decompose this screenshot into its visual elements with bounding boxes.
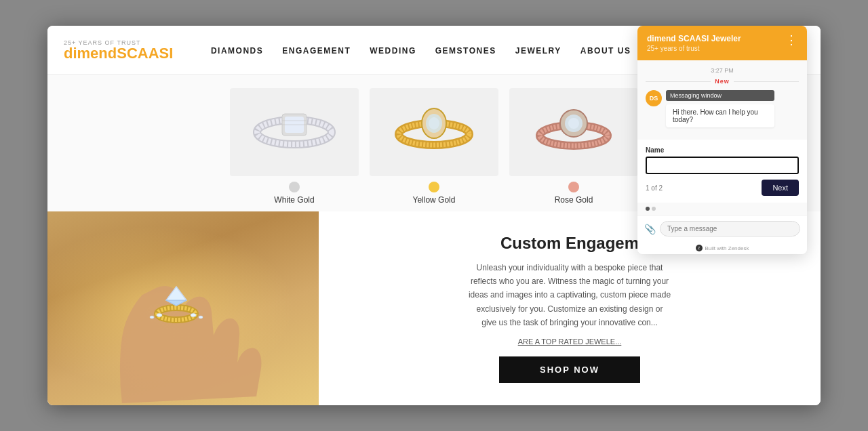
svg-point-18 — [429, 117, 439, 129]
chat-bot-message: DS Messaging window Hi there. How can I … — [646, 90, 799, 127]
chat-form: Name 1 of 2 Next — [637, 140, 807, 203]
chat-dots-indicator — [637, 203, 807, 215]
nav-diamonds[interactable]: DIAMONDS — [211, 46, 263, 56]
attach-icon[interactable]: 📎 — [644, 224, 656, 234]
nav-wedding[interactable]: WEDDING — [370, 46, 416, 56]
svg-point-23 — [568, 118, 579, 129]
shop-now-button[interactable]: SHOP NOW — [499, 356, 640, 383]
ring-rose-gold: Rose Gold — [509, 88, 638, 205]
yellow-gold-swatch — [429, 182, 439, 192]
name-label: Name — [646, 146, 799, 154]
nav-links: DIAMONDS ENGAGEMENT WEDDING GEMSTONES JE… — [211, 44, 631, 56]
dot-2 — [652, 207, 656, 211]
form-step: 1 of 2 — [646, 184, 663, 192]
ring-yellow-gold-image — [370, 88, 498, 176]
new-divider-line-right — [734, 81, 799, 82]
chat-options-button[interactable]: ⋮ — [785, 34, 797, 46]
name-input[interactable] — [646, 157, 799, 174]
dot-1 — [646, 207, 650, 211]
rose-gold-swatch — [568, 182, 579, 192]
nav-engagement[interactable]: ENGAGEMENT — [282, 46, 351, 56]
ring-white-gold-image — [230, 88, 359, 176]
yellow-gold-label: Yellow Gold — [413, 195, 456, 205]
rose-gold-label: Rose Gold — [555, 195, 593, 205]
bot-avatar: DS — [646, 90, 662, 106]
custom-section-link[interactable]: ARE A TOP RATED JEWELE... — [518, 337, 622, 346]
white-gold-swatch — [289, 182, 300, 192]
nav-jewelry[interactable]: JEWELRY — [515, 46, 561, 56]
chat-subtitle: 25+ years of trust — [647, 45, 741, 52]
nav-gemstones[interactable]: GEMSTONES — [435, 46, 496, 56]
logo[interactable]: 25+ YEARS OF TRUST dimendSCAASI — [64, 39, 173, 61]
chat-header: dimend SCAASI Jeweler 25+ years of trust… — [637, 26, 807, 60]
browser-window: 25+ YEARS OF TRUST dimendSCAASI DIAMONDS… — [47, 26, 821, 405]
chat-new-divider: New — [646, 78, 799, 85]
message-input[interactable] — [660, 221, 800, 237]
chat-title: dimend SCAASI Jeweler — [647, 34, 741, 43]
ring-yellow-gold: Yellow Gold — [370, 88, 498, 205]
custom-section-title: Custom Engagem — [500, 234, 639, 253]
chat-widget: dimend SCAASI Jeweler 25+ years of trust… — [637, 26, 807, 254]
chat-body: 3:27 PM New DS Messaging window Hi there… — [637, 60, 807, 140]
zendesk-logo: Z — [696, 245, 703, 251]
white-gold-label: White Gold — [274, 195, 314, 205]
messaging-tooltip: Messaging window — [666, 90, 774, 101]
chat-input-area: 📎 — [637, 215, 807, 242]
svg-point-31 — [199, 316, 203, 319]
chat-header-info: dimend SCAASI Jeweler 25+ years of trust — [647, 34, 741, 52]
next-button[interactable]: Next — [762, 180, 799, 196]
svg-point-28 — [157, 314, 162, 317]
form-footer: 1 of 2 Next — [646, 180, 799, 196]
bot-bubble: Hi there. How can I help you today? — [666, 104, 774, 127]
custom-section-image — [47, 211, 319, 405]
svg-point-29 — [191, 314, 196, 317]
ring-white-gold: White Gold — [230, 88, 359, 205]
svg-point-30 — [150, 316, 154, 319]
chat-new-badge: New — [715, 78, 730, 85]
zendesk-text: Built with Zendesk — [705, 245, 749, 251]
nav-about[interactable]: ABOUT US — [580, 46, 631, 56]
ring-rose-gold-image — [509, 88, 638, 176]
chat-timestamp: 3:27 PM — [646, 67, 799, 74]
zendesk-branding: Z Built with Zendesk — [637, 242, 807, 254]
custom-section-description: Unleash your individuality with a bespok… — [468, 261, 671, 330]
new-divider-line-left — [646, 81, 711, 82]
logo-name: dimendSCAASI — [64, 46, 173, 61]
